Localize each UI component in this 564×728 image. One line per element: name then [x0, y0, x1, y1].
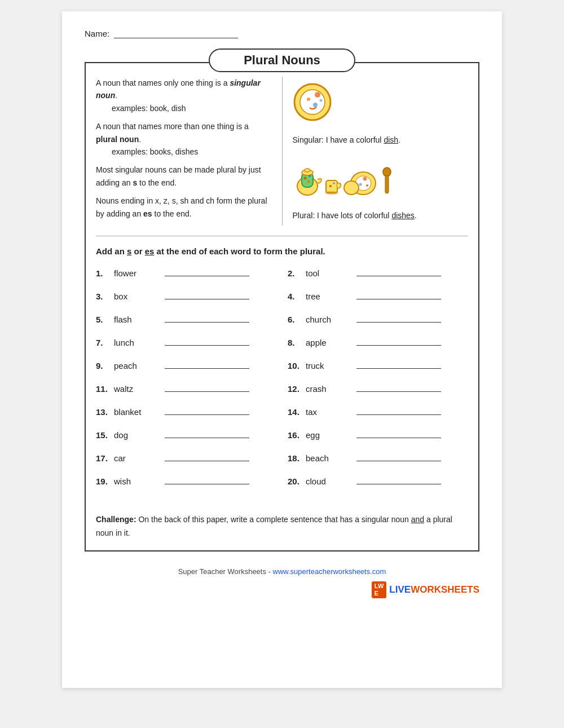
- item-word-4: tree: [306, 292, 356, 301]
- item-num-16: 16.: [288, 430, 306, 440]
- item-answer-4[interactable]: [356, 289, 441, 299]
- item-answer-12[interactable]: [356, 382, 441, 392]
- item-word-20: cloud: [306, 476, 356, 486]
- s-letter: s: [133, 178, 137, 187]
- item-answer-7[interactable]: [165, 336, 249, 346]
- exercise-item-1: 1. flower: [96, 266, 276, 278]
- item-word-8: apple: [306, 338, 356, 347]
- main-content-box: A noun that names only one thing is a si…: [85, 62, 479, 551]
- item-num-18: 18.: [288, 453, 306, 463]
- svg-point-19: [344, 181, 359, 195]
- svg-point-15: [329, 185, 332, 187]
- svg-point-22: [366, 184, 368, 187]
- item-answer-9[interactable]: [165, 359, 249, 369]
- exercise-item-9: 9. peach: [96, 359, 276, 370]
- item-num-15: 15.: [96, 430, 114, 440]
- es-rule: Nouns ending in x, z, s, sh and ch form …: [96, 195, 272, 220]
- svg-point-2: [315, 92, 320, 98]
- item-num-5: 5.: [96, 315, 114, 324]
- plural-dishes-word: dishes: [391, 211, 414, 220]
- exercise-item-5: 5. flash: [96, 312, 276, 324]
- item-answer-17[interactable]: [165, 451, 249, 461]
- footer: Super Teacher Worksheets - www.superteac…: [85, 567, 479, 576]
- item-word-14: tax: [306, 407, 356, 417]
- exercise-item-10: 10. truck: [288, 359, 468, 370]
- item-answer-11[interactable]: [165, 382, 249, 392]
- info-right: Singular: I have a colorful dish.: [283, 77, 469, 226]
- exercise-item-2: 2. tool: [288, 266, 468, 278]
- item-answer-1[interactable]: [165, 266, 249, 276]
- info-left: A noun that names only one thing is a si…: [96, 77, 283, 226]
- footer-url[interactable]: www.superteacherworksheets.com: [273, 567, 386, 576]
- teapot-icon: [293, 162, 322, 197]
- item-num-6: 6.: [288, 315, 306, 324]
- item-answer-20[interactable]: [356, 474, 441, 484]
- challenge-and: and: [411, 515, 424, 524]
- item-answer-16[interactable]: [356, 428, 441, 438]
- exercise-item-8: 8. apple: [288, 336, 468, 347]
- instructions: Add an s or es at the end of each word t…: [96, 246, 468, 256]
- cup-icon: [324, 175, 342, 197]
- item-answer-10[interactable]: [356, 359, 441, 369]
- svg-point-4: [313, 103, 318, 107]
- item-answer-8[interactable]: [356, 336, 441, 346]
- plural-noun-term: plural noun: [96, 135, 139, 144]
- item-num-17: 17.: [96, 453, 114, 463]
- lw-badge: LWE: [372, 581, 387, 598]
- challenge-label: Challenge:: [96, 515, 136, 524]
- liveworksheets-logo: LWE LIVEWORKSHEETS: [372, 581, 479, 598]
- exercise-item-11: 11. waltz: [96, 382, 276, 394]
- item-answer-5[interactable]: [165, 312, 249, 323]
- item-num-12: 12.: [288, 384, 306, 394]
- singular-examples: examples: book, dish: [112, 104, 186, 113]
- item-word-9: peach: [114, 361, 165, 370]
- exercise-item-7: 7. lunch: [96, 336, 276, 347]
- svg-point-16: [333, 182, 334, 184]
- svg-point-5: [319, 99, 322, 102]
- item-answer-13[interactable]: [165, 405, 249, 415]
- challenge-section: Challenge: On the back of this paper, wr…: [96, 508, 468, 540]
- name-label: Name:: [85, 29, 109, 38]
- exercise-item-13: 13. blanket: [96, 405, 276, 417]
- item-word-1: flower: [114, 268, 165, 278]
- svg-point-9: [305, 169, 310, 172]
- singular-noun-def: A noun that names only one thing is a si…: [96, 77, 272, 114]
- singular-noun-term: singular noun: [96, 78, 261, 100]
- item-word-10: truck: [306, 361, 356, 370]
- name-input-line[interactable]: [114, 28, 238, 38]
- item-word-11: waltz: [114, 384, 165, 394]
- exercise-item-19: 19. wish: [96, 474, 276, 486]
- exercise-item-16: 16. egg: [288, 428, 468, 440]
- item-word-12: crash: [306, 384, 356, 394]
- item-answer-6[interactable]: [356, 312, 441, 323]
- item-num-11: 11.: [96, 384, 114, 394]
- instructions-es: es: [145, 246, 155, 256]
- svg-point-1: [300, 90, 325, 114]
- item-answer-15[interactable]: [165, 428, 249, 438]
- item-word-16: egg: [306, 430, 356, 440]
- item-word-3: box: [114, 292, 165, 301]
- item-num-3: 3.: [96, 292, 114, 301]
- worksheet-page: Name: Plural Nouns A noun that names onl…: [62, 11, 502, 688]
- item-word-15: dog: [114, 430, 165, 440]
- lw-logo-text: LIVEWORKSHEETS: [389, 584, 479, 595]
- item-answer-18[interactable]: [356, 451, 441, 461]
- item-num-4: 4.: [288, 292, 306, 301]
- item-num-1: 1.: [96, 268, 114, 278]
- item-answer-19[interactable]: [165, 474, 249, 484]
- item-answer-2[interactable]: [356, 266, 441, 276]
- item-answer-3[interactable]: [165, 289, 249, 299]
- item-word-2: tool: [306, 268, 356, 278]
- footer-text: Super Teacher Worksheets -: [178, 567, 273, 576]
- challenge-text: On the back of this paper, write a compl…: [96, 515, 452, 537]
- item-word-6: church: [306, 315, 356, 324]
- item-num-8: 8.: [288, 338, 306, 347]
- worksheet-title: Plural Nouns: [209, 48, 355, 72]
- item-word-17: car: [114, 453, 165, 463]
- svg-point-11: [309, 175, 311, 177]
- item-word-19: wish: [114, 476, 165, 486]
- item-answer-14[interactable]: [356, 405, 441, 415]
- svg-rect-13: [326, 180, 337, 193]
- es-letters: es: [143, 209, 152, 218]
- plural-caption: Plural: I have lots of colorful dishes.: [293, 211, 417, 220]
